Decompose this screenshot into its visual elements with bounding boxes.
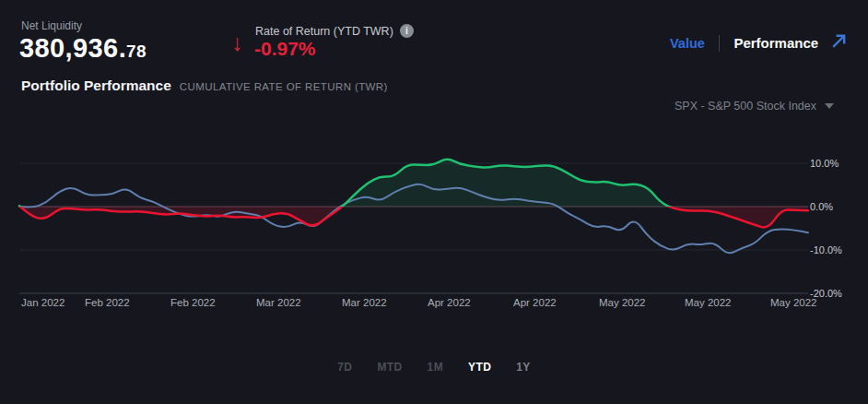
x-axis-tick-label: Feb 2022 [85, 297, 130, 308]
net-liquidity-fraction: 78 [126, 42, 147, 61]
range-button-1y[interactable]: 1Y [516, 361, 530, 374]
range-button-ytd[interactable]: YTD [468, 361, 491, 374]
section-title: Portfolio Performance [21, 77, 171, 94]
expand-arrow-icon[interactable] [829, 31, 849, 54]
benchmark-selector[interactable]: SPX - S&P 500 Stock Index [674, 100, 834, 113]
net-liquidity-label: Net Liquidity [21, 19, 82, 32]
range-button-mtd[interactable]: MTD [377, 361, 402, 374]
toggle-divider [719, 35, 721, 52]
rate-of-return-label-text: Rate of Return (YTD TWR) [255, 25, 393, 38]
x-axis-tick-label: Apr 2022 [513, 297, 557, 308]
y-axis-tick-label: -10.0% [810, 244, 842, 255]
range-button-1m[interactable]: 1M [428, 361, 443, 374]
y-axis-tick-label: 10.0% [810, 158, 839, 169]
x-axis-tick-label: Apr 2022 [428, 297, 471, 308]
rate-of-return-label: Rate of Return (YTD TWR) i [255, 24, 414, 38]
tab-performance[interactable]: Performance [733, 35, 818, 51]
view-toggle: Value Performance [670, 31, 849, 54]
range-button-7d[interactable]: 7D [337, 361, 352, 374]
x-axis-tick-label: Jan 2022 [21, 297, 65, 308]
y-axis-tick-label: 0.0% [810, 201, 833, 212]
x-axis-tick-label: Feb 2022 [170, 297, 216, 308]
performance-chart-svg[interactable] [0, 148, 868, 310]
range-selector: 7DMTD1MYTD1Y [0, 361, 868, 374]
info-icon[interactable]: i [400, 24, 414, 38]
section-header: Portfolio Performance CUMULATIVE RATE OF… [21, 77, 388, 94]
x-axis-tick-label: Mar 2022 [256, 297, 301, 308]
section-subtitle: CUMULATIVE RATE OF RETURN (TWR) [180, 81, 388, 92]
tab-value[interactable]: Value [670, 36, 705, 51]
rate-of-return-value: -0.97% [254, 38, 316, 60]
down-arrow-icon: ↓ [231, 30, 243, 56]
chevron-down-icon [825, 103, 834, 109]
x-axis-tick-label: Mar 2022 [342, 297, 387, 308]
x-axis-tick-label: May 2022 [685, 297, 732, 308]
portfolio-performance-panel: Net Liquidity 380,936.78 ↓ Rate of Retur… [0, 0, 868, 404]
net-liquidity-value: 380,936.78 [19, 33, 147, 64]
benchmark-selected-label: SPX - S&P 500 Stock Index [674, 100, 816, 113]
x-axis-tick-label: May 2022 [599, 297, 646, 308]
net-liquidity-integer: 380,936. [19, 33, 126, 63]
x-axis-tick-label: May 2022 [770, 297, 817, 308]
